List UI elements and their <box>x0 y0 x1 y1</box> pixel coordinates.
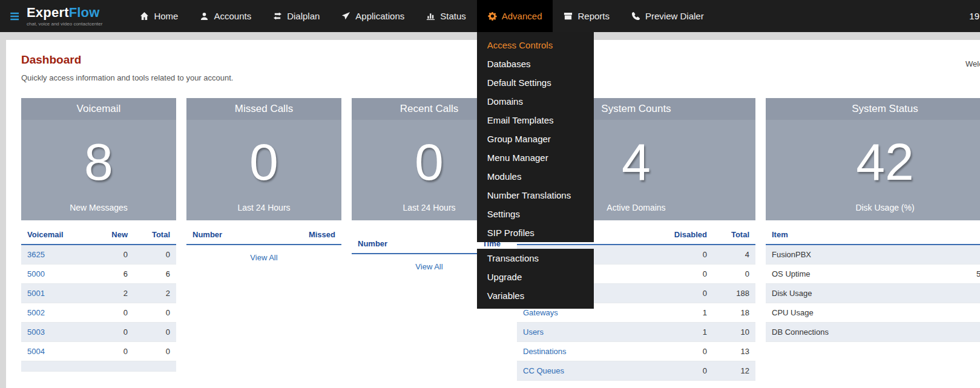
card-table: VoicemailNewTotal36250050006650012250020… <box>21 225 176 372</box>
cell <box>970 284 980 303</box>
brand-tagline: chat, voice and video contactcenter <box>27 21 102 27</box>
nav-item-reports[interactable]: Reports <box>553 0 620 32</box>
navbar: ExpertFlow chat, voice and video contact… <box>0 0 980 32</box>
cell: FusionPBX <box>766 245 970 265</box>
dropdown-item-menu-manager[interactable]: Menu Manager <box>477 148 594 167</box>
nav-item-accounts[interactable]: Accounts <box>189 0 262 32</box>
clock-text: 19 <box>969 0 980 32</box>
cell: 13 <box>713 342 755 361</box>
dropdown-item-access-controls[interactable]: Access Controls <box>477 36 594 54</box>
cell: Users <box>517 323 659 342</box>
brand-logo[interactable]: ExpertFlow chat, voice and video contact… <box>0 0 111 32</box>
table-row: Users110 <box>517 323 755 342</box>
brand-name: ExpertFlow <box>27 6 102 19</box>
card-big-label: New Messages <box>70 203 128 220</box>
table-row: 500122 <box>21 284 176 303</box>
column-header: Total <box>134 225 176 245</box>
table-row: 500400 <box>21 342 176 361</box>
cell: 5004 <box>21 342 95 361</box>
dropdown-item-email-templates[interactable]: Email Templates <box>477 111 594 130</box>
table-row: Disk Usage <box>766 284 980 303</box>
phone-icon <box>631 12 640 21</box>
dropdown-item-settings[interactable]: Settings <box>477 205 594 223</box>
cell: OS Uptime <box>766 265 970 284</box>
table-row: 500300 <box>21 323 176 342</box>
column-header: Voicemail <box>21 225 95 245</box>
card-table: NumberMissed <box>186 225 341 245</box>
transfer-arrows-icon <box>273 12 282 21</box>
dropdown-item-default-settings[interactable]: Default Settings <box>477 73 594 92</box>
column-header: Disabled <box>659 225 713 245</box>
cell: 10 <box>713 323 755 342</box>
row-link[interactable]: 5004 <box>27 347 45 356</box>
nav-item-label: Dialplan <box>287 11 320 21</box>
card-big-number: 0 <box>249 120 278 203</box>
dropdown-item-databases[interactable]: Databases <box>477 54 594 73</box>
nav-item-home[interactable]: Home <box>129 0 189 32</box>
row-link[interactable]: 5002 <box>27 308 45 317</box>
row-link[interactable]: 5000 <box>27 269 45 278</box>
cell <box>134 361 176 372</box>
dropdown-gap <box>477 242 594 249</box>
card-big-label: Last 24 Hours <box>403 203 455 220</box>
dropdown-item-number-translations[interactable]: Number Translations <box>477 186 594 205</box>
dropdown-item-group-manager[interactable]: Group Manager <box>477 130 594 148</box>
nav-item-label: Home <box>154 11 178 21</box>
cell: 5000 <box>21 265 95 284</box>
cell: DB Connections <box>766 323 970 342</box>
cell: 0 <box>659 245 713 265</box>
view-all-link[interactable]: View All <box>186 253 341 262</box>
dropdown-item-domains[interactable]: Domains <box>477 92 594 111</box>
column-header <box>970 225 980 245</box>
card-summary: 42Disk Usage (%) <box>766 120 980 220</box>
row-link[interactable]: 5001 <box>27 289 45 298</box>
column-header: Number <box>352 225 472 254</box>
table-row: 500200 <box>21 303 176 323</box>
cell: 0 <box>134 245 176 265</box>
cell: 4 <box>713 245 755 265</box>
row-link[interactable]: Gateways <box>523 308 558 317</box>
card-summary: 0Last 24 Hours <box>186 120 341 220</box>
nav-item-advanced[interactable]: AdvancedAccess ControlsDatabasesDefault … <box>477 0 553 32</box>
cell <box>970 245 980 265</box>
cell: 0 <box>95 303 134 323</box>
cell: CC Queues <box>517 361 659 381</box>
brand-text: ExpertFlow chat, voice and video contact… <box>27 6 102 27</box>
cell: 6 <box>95 265 134 284</box>
card-missed-calls: Missed Calls0Last 24 HoursNumberMissedVi… <box>186 98 341 270</box>
card-title: System Status <box>766 98 980 120</box>
row-link[interactable]: 3625 <box>27 250 45 259</box>
user-icon <box>200 12 209 21</box>
dropdown-item-modules[interactable]: Modules <box>477 167 594 186</box>
table-row: CC Queues012 <box>517 361 755 381</box>
nav-item-label: Applications <box>355 11 404 21</box>
cell: 0 <box>713 265 755 284</box>
nav-item-dialplan[interactable]: Dialplan <box>262 0 331 32</box>
cell: 0 <box>134 303 176 323</box>
row-link[interactable]: CC Queues <box>523 366 564 375</box>
brand-part2: Flow <box>69 5 100 20</box>
paper-plane-icon <box>341 12 350 21</box>
cell <box>970 323 980 342</box>
row-link[interactable]: 5003 <box>27 327 45 337</box>
cell: 0 <box>95 342 134 361</box>
card-system-status: System Status42Disk Usage (%)ItemFusionP… <box>766 98 980 342</box>
cell: 0 <box>659 342 713 361</box>
dropdown-item-transactions[interactable]: Transactions <box>477 249 594 268</box>
cell: 50 <box>970 265 980 284</box>
dropdown-item-variables[interactable]: Variables <box>477 286 594 305</box>
nav-item-preview-dialer[interactable]: Preview Dialer <box>620 0 715 32</box>
table-header-row: NumberMissed <box>186 225 341 245</box>
dropdown-item-sip-profiles[interactable]: SIP Profiles <box>477 223 594 242</box>
nav-item-label: Advanced <box>502 11 542 21</box>
cell: 0 <box>95 245 134 265</box>
row-link[interactable]: Destinations <box>523 347 567 356</box>
archive-box-icon <box>564 12 573 21</box>
nav-item-status[interactable]: Status <box>415 0 477 32</box>
card-big-label: Disk Usage (%) <box>855 203 914 220</box>
dropdown-item-upgrade[interactable]: Upgrade <box>477 268 594 286</box>
cell: 0 <box>134 323 176 342</box>
row-link[interactable]: Users <box>523 327 544 337</box>
nav-item-applications[interactable]: Applications <box>331 0 415 32</box>
nav-item-label: Preview Dialer <box>645 11 704 21</box>
